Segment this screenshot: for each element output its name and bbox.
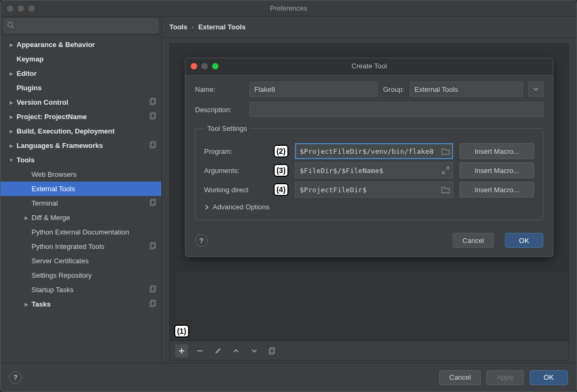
insert-macro-program-button[interactable]: Insert Macro... <box>459 143 534 159</box>
search-icon <box>7 21 14 29</box>
bottom-bar: ? Cancel Apply OK <box>1 363 576 391</box>
callout-2: (2) <box>274 145 288 158</box>
dialog-cancel-button[interactable]: Cancel <box>453 233 494 248</box>
cancel-button[interactable]: Cancel <box>439 370 481 385</box>
svg-line-1 <box>12 27 14 29</box>
search-input[interactable] <box>4 19 158 33</box>
project-level-icon <box>146 199 157 208</box>
sidebar-item[interactable]: Settings Repository <box>1 268 161 283</box>
expand-icon[interactable] <box>441 166 450 175</box>
sidebar-item-label: Python External Documentation <box>32 228 157 236</box>
dialog-close-icon[interactable] <box>191 63 197 69</box>
chevron-right-icon: ▶ <box>8 114 14 120</box>
sidebar-item[interactable]: ▶Appearance & Behavior <box>1 37 161 52</box>
chevron-right-icon: ▶ <box>23 215 29 221</box>
remove-button[interactable] <box>193 344 206 357</box>
sidebar-item-label: Tasks <box>32 300 146 308</box>
folder-icon[interactable] <box>441 185 450 194</box>
sidebar-item[interactable]: ▶Editor <box>1 66 161 81</box>
sidebar-item-label: Python Integrated Tools <box>32 242 146 250</box>
project-level-icon <box>146 285 157 294</box>
chevron-down-icon: ▼ <box>8 158 14 163</box>
sidebar-item[interactable]: Web Browsers <box>1 167 161 182</box>
sidebar-item-label: Build, Execution, Deployment <box>17 127 157 135</box>
program-label: Program: <box>204 147 267 155</box>
pencil-icon <box>214 347 222 355</box>
folder-icon[interactable] <box>441 147 450 155</box>
callout-4: (4) <box>274 183 288 196</box>
chevron-right-icon: ▶ <box>8 143 14 148</box>
sidebar-item[interactable]: ▶Version Control <box>1 95 161 109</box>
plus-icon <box>178 347 185 355</box>
project-level-icon <box>146 98 157 107</box>
apply-button[interactable]: Apply <box>486 370 524 385</box>
dialog-help-button[interactable]: ? <box>195 234 208 247</box>
sidebar-item[interactable]: ▶Languages & Frameworks <box>1 138 161 153</box>
dialog-body: Name: Group: Description: <box>185 74 553 228</box>
main-area: ▶Appearance & BehaviorKeymap▶EditorPlugi… <box>1 17 576 363</box>
group-select[interactable] <box>410 82 523 97</box>
insert-macro-arguments-button[interactable]: Insert Macro... <box>459 162 534 178</box>
chevron-right-icon: ▶ <box>8 100 14 105</box>
sidebar-item-label: Plugins <box>17 84 157 92</box>
program-input[interactable] <box>295 143 453 159</box>
arguments-input[interactable] <box>295 162 453 178</box>
sidebar-item-label: Tools <box>17 156 157 164</box>
minimize-icon[interactable] <box>18 5 24 12</box>
maximize-icon[interactable] <box>28 5 35 12</box>
breadcrumb: Tools › External Tools <box>162 17 576 38</box>
dialog-titlebar: Create Tool <box>185 58 553 74</box>
sidebar-item[interactable]: Python External Documentation <box>1 225 161 239</box>
tool-settings-legend: Tool Settings <box>204 124 250 132</box>
copy-button[interactable] <box>266 344 279 357</box>
dialog-traffic-lights <box>191 63 219 69</box>
sidebar-item[interactable]: Plugins <box>1 81 161 95</box>
sidebar-item[interactable]: ▶Diff & Merge <box>1 210 161 225</box>
sidebar-item[interactable]: ▼Tools <box>1 153 161 167</box>
dialog-maximize-icon[interactable] <box>212 63 219 69</box>
chevron-right-icon: ▶ <box>8 42 14 48</box>
sidebar-item[interactable]: Startup Tasks <box>1 283 161 297</box>
sidebar-item-label: Server Certificates <box>32 257 157 265</box>
sidebar-item[interactable]: Keymap <box>1 52 161 66</box>
sidebar-item[interactable]: Server Certificates <box>1 254 161 268</box>
name-input[interactable] <box>249 82 378 97</box>
group-dropdown-button[interactable] <box>528 82 543 97</box>
content-body: (1) Create Tool Name: <box>169 43 569 360</box>
add-button[interactable] <box>175 344 188 357</box>
edit-button[interactable] <box>212 344 224 357</box>
sidebar-item[interactable]: Terminal <box>1 196 161 210</box>
close-icon[interactable] <box>7 5 13 12</box>
arguments-label: Arguments: <box>204 167 267 175</box>
sidebar-item-label: Diff & Merge <box>32 214 157 222</box>
move-down-button[interactable] <box>248 344 261 357</box>
titlebar: Preferences <box>1 1 576 17</box>
sidebar-item[interactable]: Python Integrated Tools <box>1 239 161 254</box>
dialog-minimize-icon[interactable] <box>201 63 208 69</box>
insert-macro-workdir-button[interactable]: Insert Macro... <box>459 182 534 198</box>
sidebar-item[interactable]: ▶Project: ProjectName <box>1 109 161 124</box>
move-up-button[interactable] <box>230 344 243 357</box>
group-label: Group: <box>383 85 404 93</box>
breadcrumb-leaf: External Tools <box>198 23 246 31</box>
window-title: Preferences <box>270 4 307 12</box>
description-input[interactable] <box>249 102 543 117</box>
sidebar-item-label: Web Browsers <box>32 170 157 178</box>
tool-settings-fieldset: Tool Settings Program: (2) Insert Macro.… <box>195 124 543 220</box>
sidebar-item[interactable]: ▶Tasks <box>1 297 161 311</box>
workdir-input[interactable] <box>295 182 453 198</box>
preferences-tree[interactable]: ▶Appearance & BehaviorKeymap▶EditorPlugi… <box>1 35 161 363</box>
dialog-ok-button[interactable]: OK <box>505 233 543 248</box>
sidebar-item[interactable]: ▶Build, Execution, Deployment <box>1 124 161 138</box>
project-level-icon <box>146 112 157 121</box>
sidebar-item-label: External Tools <box>32 185 157 193</box>
name-label: Name: <box>195 85 244 93</box>
search-container <box>1 17 161 35</box>
help-button[interactable]: ? <box>9 371 22 384</box>
sidebar-item[interactable]: External Tools <box>1 182 161 196</box>
ok-button[interactable]: OK <box>529 370 568 385</box>
advanced-options-toggle[interactable]: Advanced Options <box>204 203 534 211</box>
project-level-icon <box>146 141 157 150</box>
advanced-options-label: Advanced Options <box>213 203 269 211</box>
callout-1: (1) <box>174 325 189 338</box>
